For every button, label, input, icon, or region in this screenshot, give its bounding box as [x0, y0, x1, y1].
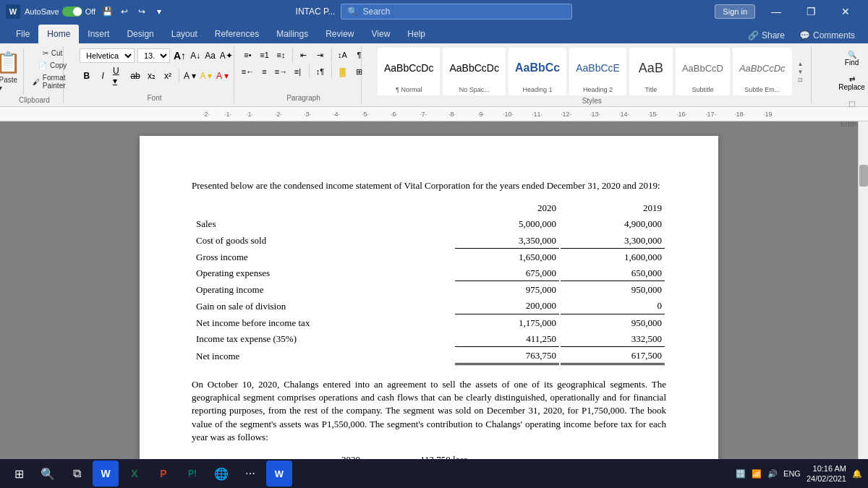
multilevel-button[interactable]: ≡↕ [274, 48, 289, 61]
tab-mailings[interactable]: Mailings [268, 25, 317, 43]
align-right-button[interactable]: ≡→ [274, 65, 289, 78]
gross-2019: 1,600,000 [561, 250, 665, 265]
tab-review[interactable]: Review [317, 25, 362, 43]
grow-font-button[interactable]: A↑ [173, 48, 187, 64]
search-bar[interactable]: 🔍 Search [341, 4, 572, 20]
document-scroll[interactable]: Presented below are the condensed income… [0, 121, 858, 472]
taskbar-apps[interactable]: ⋯ [237, 461, 263, 487]
borders-button[interactable]: ⊞ [352, 65, 367, 78]
restore-button[interactable]: ❐ [794, 0, 827, 23]
table-row: Income tax expense (35%) 411,250 332,500 [193, 332, 665, 347]
replace-button[interactable]: ⇄ Replace [833, 72, 868, 94]
tab-home[interactable]: Home [38, 25, 79, 43]
autosave-toggle[interactable]: AutoSave Off [25, 7, 95, 17]
font-color-button[interactable]: A ▾ [216, 68, 229, 84]
taskbar-search[interactable]: 🔍 [35, 461, 61, 487]
tab-help[interactable]: Help [399, 25, 434, 43]
taskbar-excel[interactable]: X [122, 461, 148, 487]
vertical-scrollbar[interactable] [858, 121, 868, 472]
superscript-button[interactable]: x² [161, 68, 174, 84]
bullets-button[interactable]: ≡• [241, 48, 255, 61]
decrease-indent-button[interactable]: ⇤ [297, 48, 311, 61]
style-no-spacing[interactable]: AaBbCcDc No Spac... [443, 48, 505, 95]
numbering-button[interactable]: ≡1 [258, 48, 272, 61]
opinc-2020: 975,000 [455, 283, 559, 297]
minimize-button[interactable]: — [760, 0, 793, 23]
style-title-preview: AaB [639, 50, 663, 86]
share-button[interactable]: 🔗 Share [742, 27, 791, 43]
style-h1-preview: AaBbCc [515, 50, 560, 86]
taskbar-language[interactable]: ENG [783, 469, 801, 478]
tab-layout[interactable]: Layout [163, 25, 206, 43]
styles-scroll[interactable]: ▲ ▼ ⊡ [795, 61, 807, 83]
clear-format-button[interactable]: Aa [204, 48, 216, 64]
align-left-button[interactable]: ≡← [241, 65, 255, 78]
increase-indent-button[interactable]: ⇥ [313, 48, 328, 61]
style-normal[interactable]: AaBbCcDc ¶ Normal [378, 48, 440, 95]
taskview-button[interactable]: ⧉ [64, 461, 90, 487]
tab-references[interactable]: References [206, 25, 268, 43]
text-style-button[interactable]: A ▾ [183, 68, 197, 84]
highlight-button[interactable]: A ▾ [199, 68, 213, 84]
line-spacing-button[interactable]: ↕¶ [313, 65, 328, 78]
customize-icon[interactable]: ▾ [152, 4, 166, 19]
autosave-state: Off [85, 7, 95, 16]
style-subtitle-label: Subtitle [692, 86, 713, 93]
scrollbar-thumb[interactable] [859, 165, 868, 187]
table-header-row: 2020 2019 [193, 201, 665, 215]
cut-button[interactable]: ✂ Cut [30, 48, 75, 59]
income-table: 2020 2019 Sales 5,000,000 4,900,000 Cost… [192, 200, 666, 367]
style-heading1[interactable]: AaBbCc Heading 1 [509, 48, 566, 95]
align-center-button[interactable]: ≡ [258, 65, 272, 78]
italic-button[interactable]: I [95, 68, 109, 84]
style-heading2[interactable]: AaBbCcE Heading 2 [569, 48, 626, 95]
tab-design[interactable]: Design [118, 25, 162, 43]
font-size-select[interactable]: 13.5 [137, 48, 170, 63]
taskbar-chrome[interactable]: 🌐 [208, 461, 234, 487]
shading-button[interactable]: ▓ [336, 65, 350, 78]
comments-button[interactable]: 💬 Comments [793, 27, 861, 43]
style-subtleem-label: Subtle Em... [744, 86, 780, 93]
strikethrough-button[interactable]: ab [128, 68, 142, 84]
taskbar-publisher[interactable]: P! [179, 461, 205, 487]
search-icon: 🔍 [347, 7, 358, 17]
opex-2019: 650,000 [561, 266, 665, 281]
copy-button[interactable]: 📄 Copy [30, 60, 75, 71]
close-button[interactable]: ✕ [829, 0, 862, 23]
font-family-select[interactable]: Helvetica [80, 48, 135, 63]
autosave-track[interactable] [62, 7, 82, 17]
cut-copy-format: ✂ Cut 📄 Copy 🖌 Format Painter [27, 48, 75, 91]
taskbar-word2[interactable]: W [266, 461, 292, 487]
style-subtle-em[interactable]: AaBbCcDc Subtle Em... [733, 48, 792, 95]
styles-group-label: Styles [582, 95, 602, 105]
tab-view[interactable]: View [363, 25, 399, 43]
justify-button[interactable]: ≡| [291, 65, 305, 78]
shrink-font-button[interactable]: A↓ [190, 48, 201, 64]
redo-icon[interactable]: ↪ [135, 4, 149, 19]
underline-button[interactable]: U ▾ [112, 68, 126, 84]
tab-insert[interactable]: Insert [79, 25, 118, 43]
sign-in-button[interactable]: Sign in [715, 4, 755, 19]
taskbar-word[interactable]: W [93, 461, 119, 487]
start-button[interactable]: ⊞ [6, 461, 32, 487]
gain-label: Gain on sale of division [193, 299, 454, 314]
undo-icon[interactable]: ↩ [117, 4, 132, 19]
save-icon[interactable]: 💾 [100, 4, 114, 19]
style-title[interactable]: AaB Title [629, 48, 673, 95]
paste-button[interactable]: 📋 Paste ▾ [0, 48, 24, 95]
bold-button[interactable]: B [80, 68, 93, 84]
subscript-button[interactable]: x₂ [145, 68, 158, 84]
format-painter-button[interactable]: 🖌 Format Painter [30, 72, 75, 91]
taskbar-powerpoint[interactable]: P [150, 461, 176, 487]
notifications-icon[interactable]: 🔔 [852, 469, 862, 479]
tab-file[interactable]: File [7, 25, 38, 43]
document-page: Presented below are the condensed income… [140, 136, 718, 472]
find-button[interactable]: 🔍 Find [833, 48, 868, 69]
cogs-2019: 3,300,000 [561, 234, 665, 249]
show-marks-button[interactable]: ¶ [352, 48, 367, 61]
copy-label: Copy [50, 61, 67, 69]
sort-button[interactable]: ↕A [336, 48, 350, 61]
sales-label: Sales [193, 217, 454, 231]
style-subtitle[interactable]: AaBbCcD Subtitle [676, 48, 730, 95]
text-effects-button[interactable]: A✦ [219, 48, 234, 64]
